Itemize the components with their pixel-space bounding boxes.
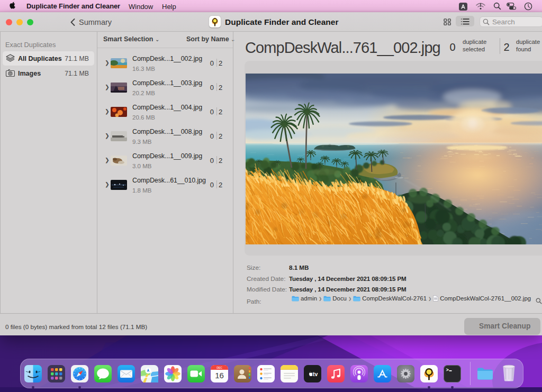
svg-text:DEC: DEC: [216, 366, 222, 369]
svg-text:16: 16: [215, 371, 224, 380]
svg-text:tv: tv: [313, 371, 318, 377]
svg-text:>: >: [446, 368, 448, 373]
